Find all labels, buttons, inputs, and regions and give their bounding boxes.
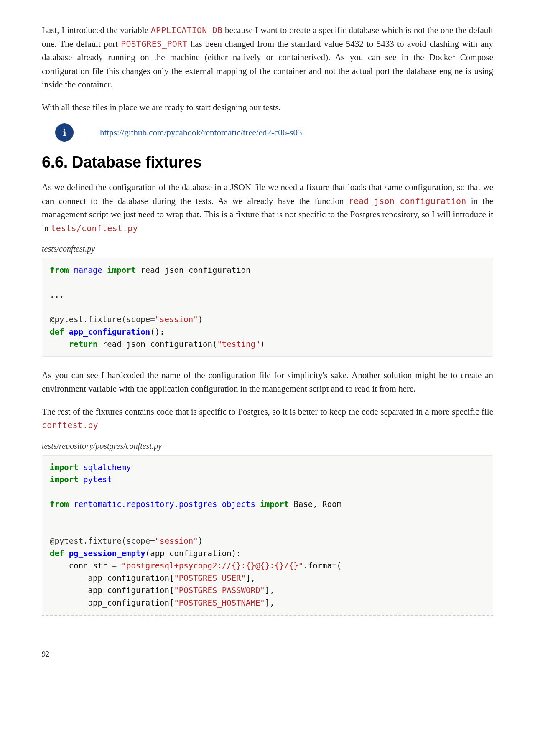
paragraph: As we defined the configuration of the d…	[42, 181, 493, 235]
page-number: 92	[42, 650, 493, 659]
tip-content: https://github.com/pycabook/rentomatic/t…	[100, 127, 302, 138]
text: The rest of the fixtures contains code t…	[42, 407, 493, 417]
code-block: import sqlalchemy import pytest from ren…	[42, 455, 493, 616]
paragraph: With all these files in place we are rea…	[42, 101, 493, 115]
inline-code: POSTGRES_PORT	[121, 39, 187, 49]
paragraph: The rest of the fixtures contains code t…	[42, 405, 493, 432]
inline-code: APPLICATION_DB	[151, 25, 222, 35]
svg-point-0	[64, 129, 66, 131]
section-heading: 6.6. Database fixtures	[42, 153, 493, 171]
inline-code: tests/conftest.py	[51, 223, 138, 233]
paragraph: As you can see I hardcoded the name of t…	[42, 369, 493, 396]
code-block: from manage import read_json_configurati…	[42, 258, 493, 356]
info-icon	[55, 123, 74, 142]
source-link[interactable]: https://github.com/pycabook/rentomatic/t…	[100, 127, 302, 137]
inline-code: read_json_configuration	[349, 196, 466, 206]
code-caption: tests/conftest.py	[42, 244, 493, 254]
svg-rect-3	[63, 135, 66, 136]
tip-admonition: https://github.com/pycabook/rentomatic/t…	[42, 123, 493, 142]
inline-code: conftest.py	[42, 420, 98, 430]
paragraph-intro: Last, I introduced the variable APPLICAT…	[42, 23, 493, 92]
divider	[87, 124, 87, 141]
text: Last, I introduced the variable	[42, 25, 151, 35]
code-caption: tests/repository/postgres/conftest.py	[42, 441, 493, 451]
